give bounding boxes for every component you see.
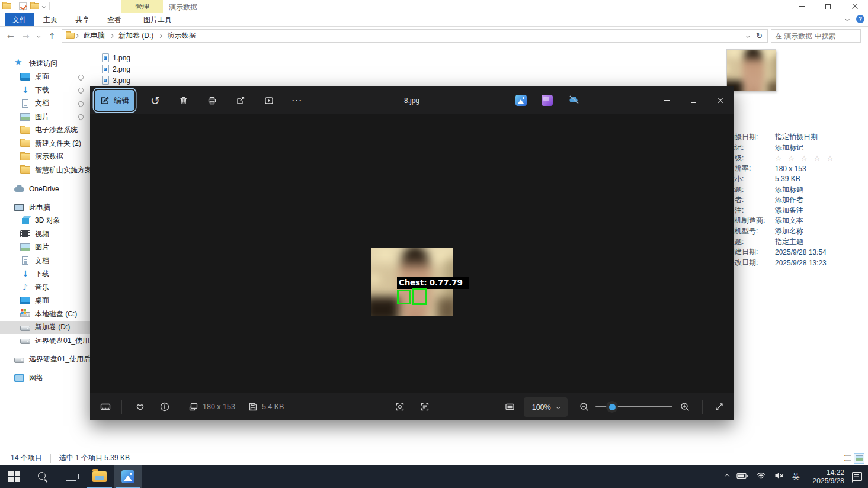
volume-muted-icon[interactable] — [774, 471, 784, 481]
sidebar-item[interactable]: 音乐 — [0, 281, 90, 294]
sidebar-item[interactable]: 3D 对象 — [0, 214, 90, 228]
ribbon-tab[interactable]: 文件 — [5, 13, 34, 26]
breadcrumb-item[interactable]: 新加卷 (D:) — [114, 31, 158, 41]
sidebar-item[interactable]: 演示数据 — [0, 150, 90, 164]
file-thumbnail[interactable] — [727, 50, 776, 91]
forward-button[interactable]: → — [23, 32, 30, 40]
slideshow-icon[interactable] — [261, 92, 277, 109]
sidebar-item[interactable]: 网络 — [0, 371, 90, 385]
property-value[interactable]: 指定拍摄日期 — [775, 132, 818, 142]
breadcrumb-item[interactable]: 此电脑 — [79, 31, 110, 41]
folder-icon[interactable] — [30, 3, 39, 9]
zoom-slider[interactable] — [595, 406, 672, 407]
language-indicator[interactable]: 英 — [792, 471, 800, 482]
property-value[interactable]: 180 x 153 — [775, 165, 806, 173]
taskbar-photos-app[interactable] — [114, 465, 142, 488]
zoom-level-dropdown[interactable]: 100% — [524, 397, 568, 417]
back-button[interactable]: ← — [7, 32, 14, 40]
photos-minimize-button[interactable] — [654, 86, 680, 114]
details-view-button[interactable] — [842, 453, 853, 464]
sidebar-item[interactable]: 新加卷 (D:) — [0, 321, 90, 335]
task-view-button[interactable] — [57, 465, 85, 488]
sidebar-item[interactable]: 视频 — [0, 227, 90, 241]
sidebar-item[interactable]: 快速访问 — [0, 57, 90, 70]
text-extract-icon[interactable] — [417, 399, 433, 415]
favorite-heart-icon[interactable] — [132, 399, 148, 415]
maximize-button[interactable] — [815, 0, 841, 13]
folder-icon[interactable] — [2, 3, 11, 9]
zoom-in-icon[interactable] — [677, 399, 693, 415]
file-item[interactable]: 3.png — [102, 75, 130, 86]
checkbox-icon[interactable] — [19, 2, 27, 10]
property-value[interactable]: 添加作者 — [775, 195, 803, 205]
refresh-icon[interactable]: ↻ — [756, 31, 763, 40]
delete-icon[interactable] — [175, 92, 192, 109]
more-options-icon[interactable]: ··· — [289, 92, 306, 109]
property-value[interactable]: 添加备注 — [775, 206, 803, 216]
address-bar[interactable]: 此电脑新加卷 (D:)演示数据 ↻ — [62, 29, 768, 43]
sidebar-item[interactable]: 桌面 — [0, 294, 90, 308]
property-value[interactable]: 添加标记 — [775, 143, 803, 153]
manage-contextual-group[interactable]: 管理 — [121, 0, 163, 13]
property-value[interactable]: 添加名称 — [775, 226, 803, 236]
share-icon[interactable] — [232, 92, 249, 109]
sidebar-item[interactable]: OneDrive — [0, 182, 90, 196]
property-value[interactable]: 2025/9/28 13:23 — [775, 259, 827, 267]
zoom-out-icon[interactable] — [576, 399, 592, 415]
print-icon[interactable] — [204, 92, 220, 109]
sidebar-item[interactable]: 此电脑 — [0, 201, 90, 214]
recent-locations-icon[interactable] — [37, 34, 41, 37]
sidebar-item[interactable]: 远界硬盘01_使用后放 — [0, 353, 90, 367]
breadcrumb-item[interactable]: 演示数据 — [162, 31, 200, 41]
ribbon-tab[interactable]: 图片工具 — [134, 13, 181, 26]
taskbar-file-explorer[interactable] — [85, 465, 114, 488]
up-button[interactable]: ↑ — [49, 32, 56, 40]
zoom-slider-thumb[interactable] — [606, 401, 618, 413]
ribbon-tab[interactable]: 主页 — [34, 13, 66, 26]
action-center-icon[interactable] — [852, 472, 862, 481]
battery-icon[interactable] — [736, 471, 748, 481]
sidebar-item[interactable]: 图片 — [0, 110, 90, 124]
chevron-down-icon[interactable] — [42, 4, 46, 8]
start-button[interactable] — [0, 465, 28, 488]
property-value[interactable]: 2025/9/28 13:54 — [775, 248, 827, 256]
sidebar-item[interactable]: 电子沙盘系统 — [0, 124, 90, 137]
sidebar-item[interactable]: 桌面 — [0, 70, 90, 84]
ribbon-tab[interactable]: 共享 — [66, 13, 98, 26]
property-value[interactable]: ☆ ☆ ☆ ☆ ☆ — [775, 154, 835, 163]
clock[interactable]: 14:22 2025/9/28 — [808, 468, 844, 485]
sidebar-item[interactable]: 智慧矿山实施方案-实 — [0, 163, 90, 177]
property-value[interactable]: 5.39 KB — [775, 175, 800, 183]
search-input[interactable] — [771, 32, 868, 40]
property-value[interactable]: 指定主题 — [775, 237, 803, 247]
fullscreen-icon[interactable] — [711, 399, 728, 415]
help-button[interactable]: ? — [856, 15, 864, 23]
edit-button[interactable]: 编辑 — [95, 90, 134, 111]
address-dropdown-icon[interactable] — [746, 34, 750, 37]
sidebar-item[interactable]: 本地磁盘 (C:) — [0, 307, 90, 321]
property-value[interactable]: 添加标题 — [775, 185, 803, 195]
rotate-icon[interactable]: ↺ — [147, 92, 164, 109]
cloud-unavailable-icon[interactable] — [568, 94, 581, 107]
hidden-icons-chevron[interactable] — [725, 474, 730, 479]
photos-close-button[interactable] — [707, 86, 734, 114]
taskbar-search-button[interactable] — [28, 465, 57, 488]
fit-to-window-icon[interactable] — [501, 399, 518, 415]
sidebar-item[interactable]: 下载 — [0, 84, 90, 97]
file-item[interactable]: 2.png — [102, 63, 130, 75]
filmstrip-toggle-icon[interactable] — [97, 399, 114, 415]
photos-app-icon[interactable] — [515, 95, 527, 106]
sidebar-item[interactable]: 新建文件夹 (2) — [0, 137, 90, 150]
photo-canvas[interactable]: Chest: 0.77.79 — [90, 114, 734, 393]
info-icon[interactable] — [156, 399, 173, 415]
property-value[interactable]: 添加文本 — [775, 216, 803, 226]
ribbon-tab[interactable]: 查看 — [98, 13, 130, 26]
photos-maximize-button[interactable] — [680, 86, 707, 114]
thumbnail-view-button[interactable] — [854, 453, 864, 464]
sidebar-item[interactable]: 文档 — [0, 97, 90, 111]
file-item[interactable]: 1.png — [102, 52, 130, 63]
sidebar-item[interactable]: 图片 — [0, 241, 90, 255]
ribbon-collapse-icon[interactable] — [845, 17, 849, 21]
visual-search-icon[interactable] — [392, 399, 408, 415]
close-button[interactable] — [841, 0, 868, 13]
